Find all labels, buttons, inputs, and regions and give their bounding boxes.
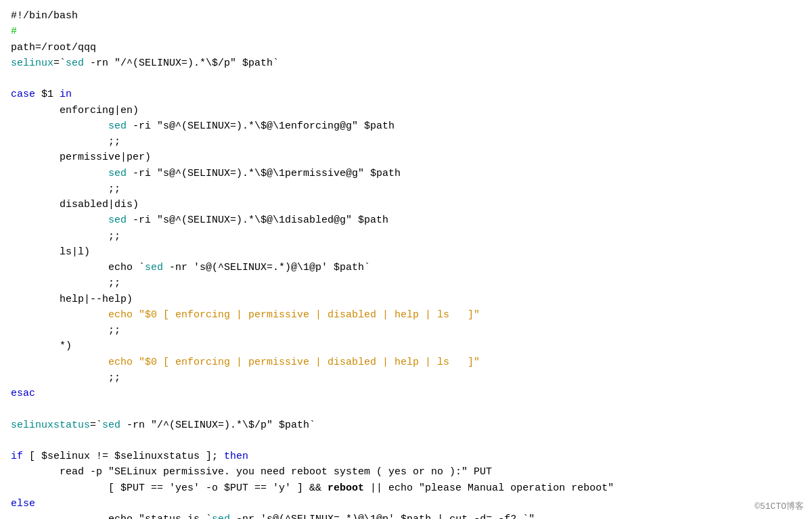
code-token: path=/root/qqq — [11, 42, 96, 53]
code-line: help|--help) — [11, 292, 801, 307]
code-line — [11, 401, 801, 417]
code-token: read -p "SELinux permissive. you need re… — [11, 466, 492, 478]
code-token: sed — [212, 514, 230, 519]
code-line: permissive|per) — [11, 150, 801, 165]
code-token: -nr 's@(^SELINUX=.*)@\1@p' $path` — [163, 262, 370, 273]
code-line: *) — [11, 338, 801, 354]
code-line: ;; — [11, 134, 801, 150]
code-token: [ $selinux != $selinuxstatus ]; — [23, 451, 224, 462]
code-token — [11, 120, 108, 132]
code-token: case — [11, 89, 35, 100]
code-token: =` — [90, 420, 102, 431]
code-token: if — [11, 451, 23, 462]
code-token: sed — [145, 262, 163, 273]
code-token: *) — [11, 340, 72, 352]
code-token: else — [11, 498, 35, 510]
code-token: ;; — [11, 231, 120, 242]
code-line: [ $PUT == 'yes' -o $PUT == 'y' ] && rebo… — [11, 480, 801, 496]
watermark: ©51CTO博客 — [754, 500, 804, 514]
code-token: sed — [108, 168, 127, 179]
code-token: echo "$0 [ enforcing | permissive | disa… — [11, 357, 480, 368]
code-token: help — [11, 294, 84, 305]
code-line: selinuxstatus=`sed -rn "/^(SELINUX=).*\$… — [11, 418, 801, 433]
code-token: -ri "s@^(SELINUX=).*\$@\1permissive@g" $… — [127, 168, 401, 179]
code-token — [11, 215, 108, 226]
code-token: [ $PUT == 'yes' -o $PUT == 'y' ] && — [11, 482, 328, 494]
code-line: selinux=`sed -rn "/^(SELINUX=).*\$/p" $p… — [11, 55, 801, 71]
code-token: ;; — [11, 136, 120, 148]
code-line: if [ $selinux != $selinuxstatus ]; then — [11, 449, 801, 464]
code-token: ) — [145, 152, 151, 163]
code-line: read -p "SELinux permissive. you need re… — [11, 464, 801, 480]
code-token: ;; — [11, 325, 120, 336]
code-line: #!/bin/bash — [11, 8, 801, 24]
code-line: sed -ri "s@^(SELINUX=).*\$@\1enforcing@g… — [11, 118, 801, 134]
code-token: echo "$0 [ enforcing | permissive | disa… — [11, 309, 480, 321]
code-token: disabled — [11, 199, 108, 210]
code-token: sed — [108, 215, 127, 226]
code-token: ) — [133, 199, 139, 210]
code-token: reboot — [328, 482, 364, 494]
code-token: | — [108, 199, 114, 210]
code-token: --help — [90, 294, 127, 305]
code-token: echo "status is ` — [11, 514, 212, 519]
code-line: ;; — [11, 275, 801, 291]
code-line: echo "$0 [ enforcing | permissive | disa… — [11, 355, 801, 370]
code-token: selinux — [11, 58, 53, 69]
code-token: ls — [11, 246, 72, 258]
code-token: | — [84, 294, 90, 305]
code-token: # — [11, 26, 17, 37]
code-token: then — [224, 451, 248, 462]
code-token: sed — [66, 58, 84, 69]
code-token: -rn "/^(SELINUX=).*\$/p" $path` — [84, 58, 279, 69]
code-line: disabled|dis) — [11, 197, 801, 212]
code-line: ls|l) — [11, 244, 801, 260]
code-token: -ri "s@^(SELINUX=).*\$@\1disabled@g" $pa… — [127, 215, 388, 226]
code-token: ;; — [11, 372, 120, 384]
code-line: ;; — [11, 229, 801, 244]
code-line: else — [11, 496, 801, 512]
code-line: enforcing|en) — [11, 103, 801, 118]
code-line: path=/root/qqq — [11, 40, 801, 55]
code-token: esac — [11, 388, 35, 399]
code-token: =` — [53, 58, 66, 69]
code-token: enforcing — [11, 105, 114, 116]
code-token: echo ` — [11, 262, 145, 273]
code-token: permissive — [11, 152, 120, 163]
code-line — [11, 433, 801, 449]
code-token: selinuxstatus — [11, 420, 90, 431]
code-token — [11, 168, 108, 179]
code-line: ;; — [11, 370, 801, 386]
code-token: | — [120, 152, 127, 163]
code-token: per — [127, 152, 145, 163]
code-token: #!/bin/bash — [11, 10, 78, 22]
code-token: ) — [127, 294, 133, 305]
code-line: ;; — [11, 181, 801, 197]
code-token: en — [120, 105, 133, 116]
code-line: esac — [11, 386, 801, 401]
code-line: sed -ri "s@^(SELINUX=).*\$@\1permissive@… — [11, 166, 801, 181]
code-line: ;; — [11, 323, 801, 338]
code-token: l — [78, 246, 84, 258]
code-token: ;; — [11, 277, 120, 289]
code-token: -nr 's@(^SELINUX=.*)@\1@p' $path | cut -… — [230, 514, 535, 519]
code-token: $1 — [35, 89, 60, 100]
code-token: sed — [102, 420, 120, 431]
code-token: -rn "/^(SELINUX=).*\$/p" $path` — [120, 420, 315, 431]
code-line: echo `sed -nr 's@(^SELINUX=.*)@\1@p' $pa… — [11, 260, 801, 275]
code-line: sed -ri "s@^(SELINUX=).*\$@\1disabled@g"… — [11, 212, 801, 228]
code-line: # — [11, 24, 801, 39]
code-token: || echo "please Manual operation reboot" — [364, 482, 614, 494]
code-token: dis — [114, 199, 133, 210]
code-token: sed — [108, 120, 127, 132]
code-line: echo "status is `sed -nr 's@(^SELINUX=.*… — [11, 512, 801, 519]
code-token: | — [72, 246, 78, 258]
code-token: in — [60, 89, 72, 100]
code-container: #!/bin/bash#path=/root/qqqselinux=`sed -… — [11, 8, 801, 519]
code-token: ) — [84, 246, 90, 258]
code-line: case $1 in — [11, 87, 801, 102]
code-token: -ri "s@^(SELINUX=).*\$@\1enforcing@g" $p… — [127, 120, 394, 132]
code-token: | — [114, 105, 120, 116]
code-token: ;; — [11, 183, 120, 195]
code-line — [11, 71, 801, 87]
